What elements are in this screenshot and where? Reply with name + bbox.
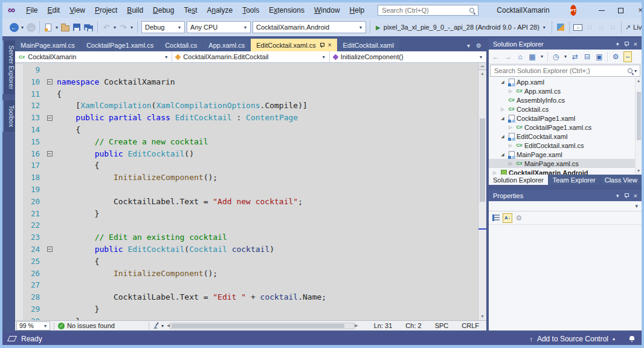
code-line[interactable]: 15 // Create a new cocktail: [15, 136, 486, 148]
indicator-margin[interactable]: [15, 136, 23, 148]
code-cleanup-broom-icon[interactable]: [153, 322, 159, 329]
code-line[interactable]: 26 InitializeComponent();: [15, 268, 486, 280]
sync-with-active-document-icon[interactable]: ⇄: [571, 51, 579, 62]
search-input[interactable]: [381, 6, 469, 14]
code-line[interactable]: 27: [15, 279, 486, 291]
code-line[interactable]: 30 }: [15, 315, 486, 320]
document-tab-cocktailpage1.xaml.cs[interactable]: CocktailPage1.xaml.cs: [81, 39, 159, 51]
outlining-margin[interactable]: [45, 160, 54, 172]
type-dropdown[interactable]: CocktailXamarin.EditCocktail ▾: [172, 51, 329, 62]
document-tab-mainpage.xaml.cs[interactable]: MainPage.xaml.cs: [15, 39, 80, 51]
properties-object-dropdown[interactable]: ▾: [489, 201, 642, 211]
outlining-margin[interactable]: [45, 100, 54, 112]
undo-dropdown-icon[interactable]: ▾: [114, 25, 116, 30]
redo-dropdown-icon[interactable]: ▾: [130, 25, 133, 30]
tab-close-icon[interactable]: ×: [328, 42, 332, 48]
indicator-margin[interactable]: [15, 172, 23, 184]
panel-tab-solution-explorer[interactable]: Solution Explorer: [489, 175, 548, 185]
properties-wrench-icon[interactable]: ⚙: [611, 51, 620, 62]
undo-icon[interactable]: ↶: [101, 21, 111, 34]
android-sdk-manager-icon[interactable]: [556, 21, 565, 34]
line-number[interactable]: 29: [23, 303, 45, 315]
redo-icon[interactable]: ↷: [118, 21, 128, 34]
line-number[interactable]: 30: [23, 315, 45, 320]
line-number[interactable]: 12: [23, 100, 45, 112]
minimize-button[interactable]: [592, 2, 611, 18]
line-number[interactable]: 10: [23, 76, 45, 88]
outlining-margin[interactable]: [45, 291, 54, 303]
line-number[interactable]: 26: [23, 268, 45, 280]
line-number[interactable]: 15: [23, 136, 45, 148]
solution-search-box[interactable]: ▾: [490, 65, 640, 77]
code-line[interactable]: 23 // Edit an existing cocktail: [15, 231, 486, 243]
fold-collapse-icon[interactable]: –: [47, 151, 53, 156]
code-line[interactable]: 28 CocktailLabel.Text = "Edit " + cockta…: [15, 291, 486, 303]
expanded-arrow-icon[interactable]: ◢: [499, 116, 506, 121]
collapsed-arrow-icon[interactable]: ▷: [507, 161, 514, 166]
menu-help[interactable]: Help: [345, 2, 370, 18]
menu-extensions[interactable]: Extensions: [264, 2, 309, 18]
user-avatar[interactable]: PT: [570, 5, 576, 16]
document-tab-cocktail.cs[interactable]: Cocktail.cs: [159, 39, 202, 51]
indicator-margin[interactable]: [15, 160, 23, 172]
tree-item-editcocktail.xaml.cs[interactable]: ▷C#EditCocktail.xaml.cs: [489, 141, 642, 150]
collapsed-arrow-icon[interactable]: ▷: [507, 143, 514, 148]
line-number[interactable]: 11: [23, 88, 45, 100]
background-tasks-icon[interactable]: [7, 336, 17, 341]
expanded-arrow-icon[interactable]: ◢: [499, 134, 506, 139]
startup-project-dropdown[interactable]: CocktailXamarin.Android▾: [253, 21, 366, 33]
show-all-files-icon[interactable]: ▣: [595, 51, 604, 62]
solution-explorer-header[interactable]: Solution Explorer ▾ ×: [489, 38, 642, 50]
tree-item-cocktailpage1.xaml.cs[interactable]: ▷C#CocktailPage1.xaml.cs: [489, 123, 642, 132]
indicator-margin[interactable]: [15, 279, 23, 291]
start-debugging-button[interactable]: ▶ pixel_3a_xl_pie_9_0_-_api_28 (Android …: [374, 24, 548, 31]
open-file-icon[interactable]: [60, 21, 70, 34]
code-line[interactable]: 20 CocktailLabel.Text = "Add new cocktai…: [15, 196, 486, 208]
spaces-indicator[interactable]: SPC: [435, 322, 449, 329]
line-number[interactable]: 27: [23, 279, 45, 291]
live-share-button[interactable]: ↗ Live Share: [625, 24, 642, 31]
line-number[interactable]: 21: [23, 208, 45, 220]
save-icon[interactable]: [72, 21, 82, 34]
menu-analyze[interactable]: Analyze: [202, 2, 237, 18]
outlining-margin[interactable]: [45, 184, 54, 196]
android-device-manager-icon[interactable]: ⌂: [573, 21, 583, 34]
outlining-margin[interactable]: [45, 88, 54, 100]
categorized-icon[interactable]: [492, 213, 500, 224]
indicator-margin[interactable]: [15, 268, 23, 280]
outlining-margin[interactable]: [45, 279, 54, 291]
editor-vertical-scrollbar[interactable]: ═ ▲ ▼: [478, 63, 486, 320]
outlining-margin[interactable]: [45, 256, 54, 268]
expanded-arrow-icon[interactable]: ◢: [499, 80, 506, 85]
code-line[interactable]: 19: [15, 184, 486, 196]
scroll-right-icon[interactable]: ▶: [355, 322, 358, 329]
collapsed-arrow-icon[interactable]: ▷: [507, 89, 514, 94]
indicator-margin[interactable]: [15, 219, 23, 231]
line-number[interactable]: 25: [23, 256, 45, 268]
indicator-margin[interactable]: [15, 231, 23, 243]
line-number[interactable]: 28: [23, 291, 45, 303]
code-cleanup-dropdown-icon[interactable]: ▾: [161, 323, 164, 329]
tree-item-assemblyinfo.cs[interactable]: C#AssemblyInfo.cs: [489, 95, 642, 105]
line-number[interactable]: 23: [23, 231, 45, 243]
indicator-margin[interactable]: [15, 291, 23, 303]
code-line[interactable]: 12 [XamlCompilation(XamlCompilationOptio…: [15, 100, 486, 112]
code-line[interactable]: 11{: [15, 88, 486, 100]
indicator-margin[interactable]: [15, 76, 23, 88]
line-number[interactable]: 22: [23, 219, 45, 231]
tree-item-mainpage.xaml[interactable]: ◢MainPage.xaml: [489, 150, 642, 159]
indicator-margin[interactable]: [15, 243, 23, 256]
preview-selected-items-icon[interactable]: –: [623, 51, 632, 62]
collapsed-arrow-icon[interactable]: ▷: [499, 107, 506, 112]
tree-item-app.xaml[interactable]: ◢App.xaml: [489, 77, 642, 86]
tab-pin-icon[interactable]: [320, 42, 324, 48]
menu-debug[interactable]: Debug: [148, 2, 179, 18]
line-number[interactable]: 14: [23, 124, 45, 136]
line-number[interactable]: 24: [23, 243, 45, 256]
code-editor[interactable]: 910–namespace CocktailXamarin11{12 [Xaml…: [15, 63, 486, 320]
hscrollbar-thumb[interactable]: [172, 324, 344, 328]
indicator-margin[interactable]: [15, 196, 23, 208]
window-options-icon[interactable]: ⚙: [476, 42, 481, 49]
outlining-margin[interactable]: –: [45, 243, 54, 256]
tree-item-app.xaml.cs[interactable]: ▷C#App.xaml.cs: [489, 86, 642, 95]
